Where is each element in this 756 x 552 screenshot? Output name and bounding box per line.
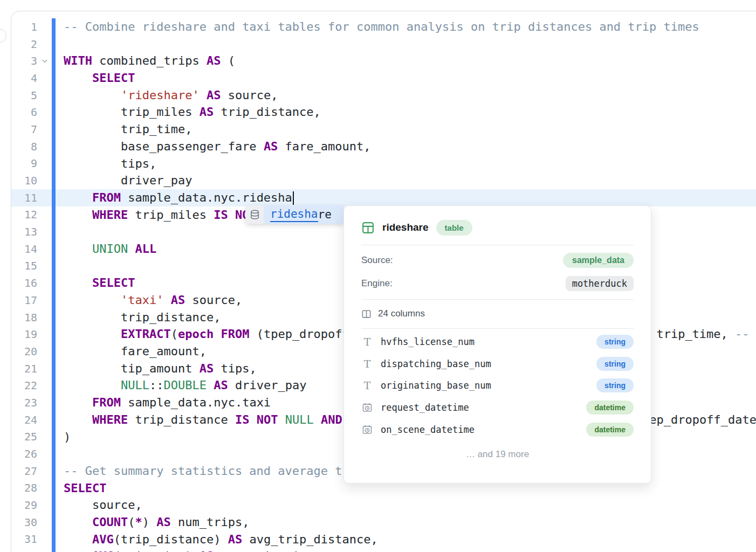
column-row: Toriginating_base_numstring	[361, 375, 634, 397]
code-line-text: AVG(trip_time) AS avg_trip_time,	[64, 548, 321, 552]
gutter-line-number: 17	[11, 294, 37, 307]
table-fields: Source:sample_dataEngine:motherduck	[361, 252, 634, 292]
table-title: rideshare	[382, 222, 429, 233]
gutter-line-number: 13	[11, 225, 37, 238]
partial-edge-button[interactable]	[0, 29, 6, 43]
database-icon	[245, 205, 264, 224]
code-line-text: AVG(trip_distance) AS avg_trip_distance,	[64, 531, 378, 548]
code-line[interactable]: 9 tips,	[11, 155, 756, 172]
field-label: Engine:	[361, 278, 393, 289]
code-line[interactable]: 30 COUNT(*) AS num_trips,	[11, 514, 756, 531]
change-bar	[52, 18, 56, 552]
code-line[interactable]: 32 AVG(trip_time) AS avg_trip_time,	[11, 548, 756, 552]
code-line-text: FROM sample_data.nyc.ridesha	[64, 189, 294, 206]
type-badge: string	[596, 378, 634, 392]
column-name: dispatching_base_num	[381, 358, 491, 369]
autocomplete-match-text: ridesha	[270, 208, 318, 222]
code-line[interactable]: 1-- Combine rideshare and taxi tables fo…	[11, 18, 756, 36]
code-line[interactable]: 31 AVG(trip_distance) AS avg_trip_distan…	[11, 531, 756, 548]
code-line[interactable]: 11 FROM sample_data.nyc.ridesha	[11, 189, 756, 206]
columns-icon	[361, 309, 372, 319]
gutter-line-number: 25	[11, 430, 37, 443]
code-line-text: trip_miles AS trip_distance,	[64, 104, 321, 121]
gutter-line-number: 23	[11, 396, 37, 409]
gutter-line-number: 28	[11, 481, 37, 494]
autocomplete-item-rideshare[interactable]: rideshare	[264, 205, 345, 224]
gutter-line-number: 2	[11, 38, 37, 51]
code-line[interactable]: 29 source,	[11, 496, 756, 514]
gutter-line-number: 6	[11, 106, 37, 119]
table-kind-badge: table	[436, 220, 472, 236]
code-line[interactable]: 6 trip_miles AS trip_distance,	[11, 104, 756, 121]
column-row: on_scene_datetimedatetime	[361, 418, 634, 440]
code-line-text: )	[64, 429, 71, 446]
code-line-text: trip_time,	[64, 121, 192, 138]
code-line-text: 'taxi' AS source,	[64, 292, 242, 309]
code-line-text: tips,	[64, 155, 156, 172]
gutter-line-number: 7	[11, 123, 37, 136]
gutter-line-number: 27	[11, 465, 37, 478]
gutter-line-number: 8	[11, 140, 37, 153]
code-line-text: source,	[64, 496, 142, 514]
fold-chevron-icon[interactable]	[37, 57, 52, 65]
code-line[interactable]: 10 driver_pay	[11, 172, 756, 189]
table-field-row: Source:sample_data	[361, 252, 634, 268]
gutter-line-number: 18	[11, 311, 37, 324]
gutter-line-number: 24	[11, 413, 37, 426]
source-badge: sample_data	[563, 253, 634, 268]
gutter-line-number: 12	[11, 208, 37, 221]
code-line-text: base_passenger_fare AS fare_amount,	[64, 138, 371, 155]
table-icon	[361, 221, 375, 234]
gutter-line-number: 31	[11, 533, 37, 546]
autocomplete-rest-text: re	[318, 208, 332, 221]
code-line-text: trip_distance,	[64, 309, 221, 326]
field-label: Source:	[361, 255, 393, 266]
code-line-text: WITH combined_trips AS (	[64, 52, 235, 70]
column-row: Tdispatching_base_numstring	[361, 353, 634, 375]
engine-badge: motherduck	[566, 276, 634, 291]
type-badge: datetime	[586, 423, 634, 437]
column-list: Thvfhs_license_numstringTdispatching_bas…	[361, 331, 634, 440]
gutter-line-number: 22	[11, 379, 37, 392]
cursor-caret	[293, 191, 294, 205]
gutter-line-number: 3	[11, 54, 37, 67]
code-line-text: SELECT	[64, 274, 135, 292]
gutter-line-number: 32	[11, 550, 37, 552]
gutter-line-number: 20	[11, 345, 37, 358]
gutter-line-number: 16	[11, 277, 37, 289]
string-type-icon: T	[361, 336, 373, 348]
column-name: hvfhs_license_num	[381, 336, 475, 347]
columns-count: 24 columns	[378, 308, 425, 319]
gutter-line-number: 21	[11, 362, 37, 375]
code-line-text: -- Combine rideshare and taxi tables for…	[64, 18, 699, 36]
column-name: request_datetime	[381, 402, 469, 413]
code-line-text: SELECT	[64, 70, 135, 87]
divider	[361, 299, 634, 300]
code-line-text: SELECT	[64, 480, 106, 497]
string-type-icon: T	[361, 358, 373, 370]
gutter-line-number: 26	[11, 447, 37, 460]
gutter-line-number: 4	[11, 72, 37, 85]
gutter-line-number: 10	[11, 174, 37, 187]
code-line[interactable]: 2	[11, 36, 756, 53]
divider	[361, 328, 634, 329]
code-line[interactable]: 5 'rideshare' AS source,	[11, 87, 756, 104]
table-field-row: Engine:motherduck	[361, 275, 634, 292]
gutter-line-number: 19	[11, 328, 37, 341]
code-line[interactable]: 7 trip_time,	[11, 121, 756, 138]
datetime-type-icon	[361, 424, 373, 435]
datetime-type-icon	[361, 402, 373, 413]
column-row: Thvfhs_license_numstring	[361, 331, 634, 353]
code-line-text: fare_amount,	[64, 343, 207, 360]
code-line[interactable]: 3WITH combined_trips AS (	[11, 52, 756, 70]
type-badge: string	[596, 335, 634, 349]
column-name: originating_base_num	[381, 380, 491, 391]
gutter-line-number: 9	[11, 157, 37, 170]
code-line[interactable]: 8 base_passenger_fare AS fare_amount,	[11, 138, 756, 155]
gutter-line-number: 29	[11, 499, 37, 512]
code-line[interactable]: 4 SELECT	[11, 70, 756, 87]
gutter-line-number: 30	[11, 516, 37, 529]
gutter-line-number: 1	[11, 20, 37, 33]
autocomplete-popup: rideshare	[245, 205, 345, 224]
code-line-text: 'rideshare' AS source,	[64, 87, 278, 104]
